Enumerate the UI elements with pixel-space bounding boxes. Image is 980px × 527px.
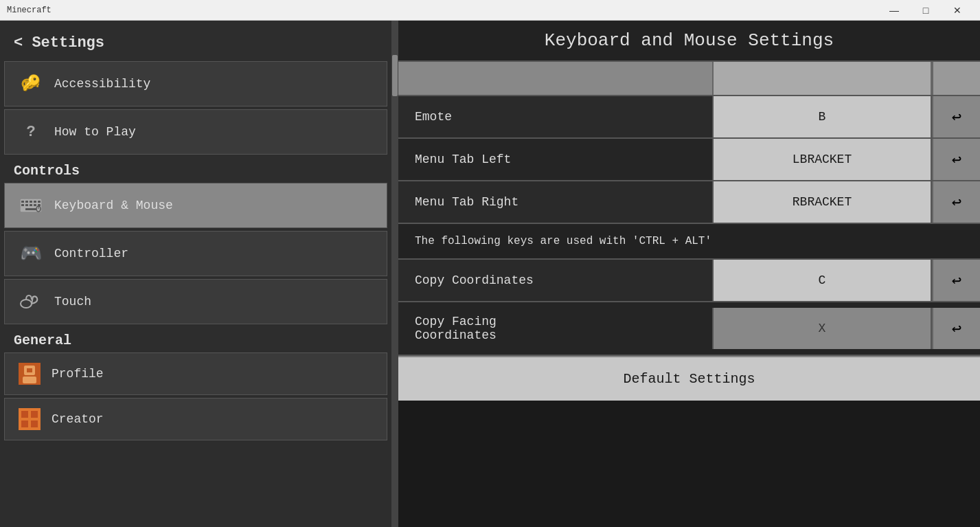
controller-icon: 🎮 [19,241,43,266]
svg-rect-10 [30,201,32,203]
back-to-settings[interactable]: < Settings [0,26,391,60]
scroll-thumb[interactable] [392,55,398,96]
svg-rect-18 [25,208,36,210]
content-area: Emote B Menu Tab Left LBRACKET Menu Tab … [398,62,980,527]
copy-coordinates-reset-icon [952,271,961,291]
profile-icon-svg [19,363,41,385]
maximize-button[interactable]: □ [910,0,942,21]
default-settings-button[interactable]: Default Settings [398,356,980,401]
key-icon: 🔑 [19,71,43,96]
creator-icon [19,408,41,430]
top-partial-reset-area [932,62,980,95]
top-partial-label-area [398,62,712,95]
svg-point-21 [21,300,32,308]
sidebar-item-how-to-play[interactable]: ? How to Play [4,109,387,155]
copy-facing-coordinates-reset-icon [952,319,961,339]
back-label: < Settings [14,34,104,52]
menu-tab-right-value[interactable]: RBRACKET [712,181,932,223]
svg-rect-30 [31,421,38,427]
ctrl-alt-info: The following keys are used with 'CTRL +… [398,224,980,260]
top-partial-row [398,62,980,96]
copy-coordinates-row: Copy Coordinates C [398,260,980,302]
sidebar-item-touch[interactable]: Touch [4,279,387,324]
main-panel: Keyboard and Mouse Settings Emote B Menu… [398,21,980,527]
svg-rect-14 [25,204,28,206]
keyboard-icon [19,193,43,218]
menu-tab-right-label: Menu Tab Right [398,183,712,221]
sidebar-item-controller[interactable]: 🎮 Controller [4,231,387,276]
controller-icon-glyph: 🎮 [20,243,42,265]
controller-label: Controller [54,247,128,260]
touch-icon-svg [19,290,43,313]
profile-label: Profile [52,367,104,381]
profile-icon [19,363,41,385]
sidebar: < Settings 🔑 Accessibility [0,21,391,527]
svg-rect-11 [34,201,36,203]
app: < Settings 🔑 Accessibility [0,21,980,527]
creator-icon-svg [19,408,41,430]
svg-rect-9 [25,201,28,203]
app-title: Minecraft [7,5,52,15]
emote-label: Emote [398,98,712,136]
question-icon: ? [19,120,43,144]
main-header: Keyboard and Mouse Settings [398,21,980,62]
touch-icon [19,289,43,314]
menu-tab-left-row: Menu Tab Left LBRACKET [398,139,980,181]
close-button[interactable]: ✕ [942,0,973,21]
creator-label: Creator [52,412,104,426]
menu-tab-right-row: Menu Tab Right RBRACKET [398,181,980,224]
emote-reset-button[interactable] [932,96,980,137]
svg-rect-8 [21,201,24,203]
copy-facing-coordinates-value[interactable]: X [712,308,932,349]
svg-rect-13 [21,204,24,206]
controls-section-label: Controls [0,156,391,181]
sidebar-item-accessibility[interactable]: 🔑 Accessibility [4,61,387,106]
sidebar-item-keyboard-mouse[interactable]: Keyboard & Mouse [4,183,387,228]
titlebar: Minecraft — □ ✕ [0,0,980,21]
general-section-label: General [0,326,391,351]
accessibility-label: Accessibility [54,77,150,91]
touch-label: Touch [54,295,91,309]
copy-facing-label-text: Copy Facing Coordinates [415,315,497,342]
menu-tab-left-label: Menu Tab Left [398,140,712,179]
emote-reset-icon [952,107,961,127]
menu-tab-left-value[interactable]: LBRACKET [712,139,932,180]
svg-rect-27 [21,411,28,418]
main-title: Keyboard and Mouse Settings [545,30,834,51]
accessibility-icon-svg: 🔑 [20,73,42,95]
minimize-button[interactable]: — [878,0,910,21]
sidebar-item-creator[interactable]: Creator [4,398,387,440]
copy-facing-coordinates-reset-button[interactable] [932,308,980,349]
svg-rect-12 [38,201,41,203]
sidebar-scrollbar[interactable] [391,21,398,527]
copy-coordinates-label: Copy Coordinates [398,261,712,300]
svg-rect-15 [30,204,32,206]
sidebar-item-profile[interactable]: Profile [4,352,387,395]
copy-coordinates-value[interactable]: C [712,260,932,301]
titlebar-left: Minecraft [7,5,52,15]
default-settings-row: Default Settings [398,356,980,401]
svg-rect-16 [34,204,36,206]
titlebar-controls: — □ ✕ [878,0,973,21]
copy-coordinates-reset-button[interactable] [932,260,980,301]
svg-rect-24 [23,377,36,383]
top-partial-value-area [712,62,932,95]
keyboard-mouse-label: Keyboard & Mouse [54,199,173,212]
svg-text:🔑: 🔑 [22,74,41,93]
svg-rect-25 [27,368,32,372]
copy-facing-coordinates-label: Copy Facing Coordinates [398,302,712,355]
copy-facing-coordinates-row: Copy Facing Coordinates X [398,302,980,356]
emote-value[interactable]: B [712,96,932,137]
menu-tab-right-reset-button[interactable] [932,181,980,223]
menu-tab-left-reset-icon [952,150,961,170]
how-to-play-label: How to Play [54,125,136,139]
menu-tab-right-reset-icon [952,192,961,212]
keyboard-icon-svg [19,196,43,215]
svg-rect-29 [21,421,28,427]
menu-tab-left-reset-button[interactable] [932,139,980,180]
svg-rect-28 [31,411,38,418]
emote-row: Emote B [398,96,980,139]
